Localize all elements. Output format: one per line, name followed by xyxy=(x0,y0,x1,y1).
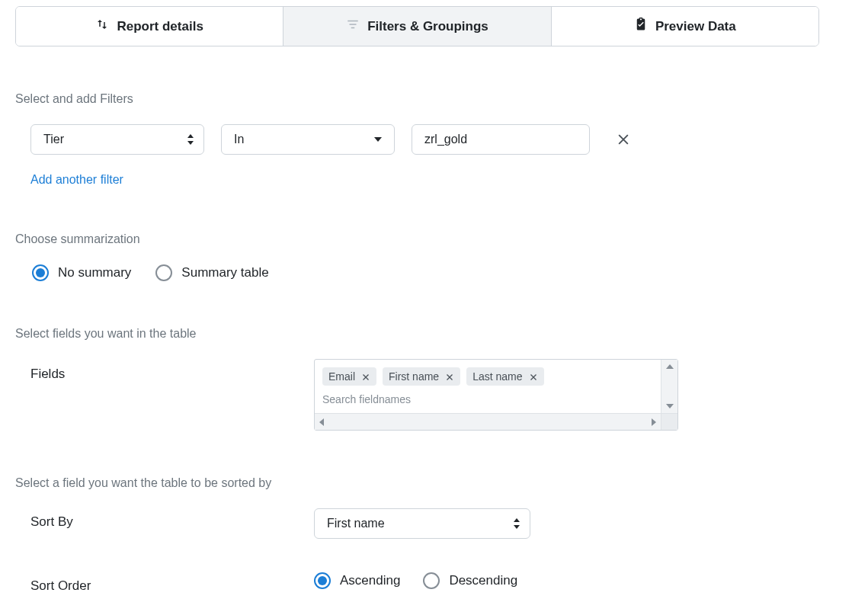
radio-label: Summary table xyxy=(181,265,268,280)
fields-search-input[interactable] xyxy=(315,390,647,413)
fields-multiselect[interactable]: Email First name Last name xyxy=(314,359,678,431)
tab-report-details[interactable]: Report details xyxy=(16,7,283,46)
tab-label: Preview Data xyxy=(655,19,736,34)
remove-tag-button[interactable] xyxy=(361,372,370,381)
scroll-right-icon xyxy=(652,418,656,426)
filters-heading: Select and add Filters xyxy=(15,92,853,106)
filter-operator-select[interactable]: In xyxy=(221,124,395,155)
tab-preview-data[interactable]: Preview Data xyxy=(552,7,818,46)
scroll-left-icon xyxy=(319,418,324,426)
filter-row: Tier In xyxy=(30,124,853,155)
remove-tag-button[interactable] xyxy=(445,372,454,381)
clipboard-icon xyxy=(634,18,648,35)
select-value: Tier xyxy=(43,133,64,146)
sort-arrows-icon xyxy=(187,133,194,146)
tag-label: Last name xyxy=(472,370,522,383)
summarization-heading: Choose summarization xyxy=(15,232,853,246)
scroll-up-icon xyxy=(666,364,674,369)
radio-icon xyxy=(32,264,49,281)
radio-icon xyxy=(314,572,331,589)
filter-value-input[interactable] xyxy=(412,124,590,155)
filters-section: Select and add Filters Tier In Add anoth… xyxy=(15,92,853,187)
radio-summary-table[interactable]: Summary table xyxy=(155,264,268,281)
horizontal-scrollbar[interactable] xyxy=(315,413,677,430)
select-value: In xyxy=(234,133,244,146)
vertical-scrollbar[interactable] xyxy=(661,360,677,413)
radio-descending[interactable]: Descending xyxy=(423,572,517,589)
field-tag: Last name xyxy=(466,367,543,386)
select-value: First name xyxy=(327,517,385,530)
fields-section: Select fields you want in the table Fiel… xyxy=(15,327,853,431)
summarization-section: Choose summarization No summary Summary … xyxy=(15,232,853,281)
sort-icon xyxy=(95,18,109,35)
sort-section: Select a field you want the table to be … xyxy=(15,476,853,594)
radio-icon xyxy=(423,572,440,589)
sort-by-select[interactable]: First name xyxy=(314,508,530,539)
radio-label: Ascending xyxy=(340,573,400,588)
caret-down-icon xyxy=(374,137,382,142)
filter-field-select[interactable]: Tier xyxy=(30,124,204,155)
tag-label: Email xyxy=(328,370,355,383)
radio-label: No summary xyxy=(58,265,131,280)
fields-heading: Select fields you want in the table xyxy=(15,327,853,341)
radio-ascending[interactable]: Ascending xyxy=(314,572,400,589)
radio-no-summary[interactable]: No summary xyxy=(32,264,131,281)
field-tag: First name xyxy=(383,367,460,386)
filter-icon xyxy=(346,18,360,35)
tab-bar: Report details Filters & Groupings Previ… xyxy=(15,6,819,46)
remove-filter-button[interactable] xyxy=(616,132,631,147)
summarization-radio-group: No summary Summary table xyxy=(32,264,853,281)
tab-filters-groupings[interactable]: Filters & Groupings xyxy=(283,7,551,46)
field-tag: Email xyxy=(322,367,376,386)
sort-heading: Select a field you want the table to be … xyxy=(15,476,853,490)
fields-label: Fields xyxy=(30,359,314,382)
tab-label: Report details xyxy=(117,19,203,34)
add-filter-link[interactable]: Add another filter xyxy=(30,173,123,187)
remove-tag-button[interactable] xyxy=(529,372,538,381)
scroll-down-icon xyxy=(666,404,674,408)
sort-by-label: Sort By xyxy=(30,508,314,530)
radio-label: Descending xyxy=(449,573,517,588)
tag-label: First name xyxy=(389,370,439,383)
sort-order-radio-group: Ascending Descending xyxy=(314,572,517,589)
sort-order-label: Sort Order xyxy=(30,572,314,594)
tab-label: Filters & Groupings xyxy=(367,19,488,34)
scroll-corner xyxy=(661,414,677,430)
radio-icon xyxy=(155,264,172,281)
sort-arrows-icon xyxy=(513,517,520,530)
